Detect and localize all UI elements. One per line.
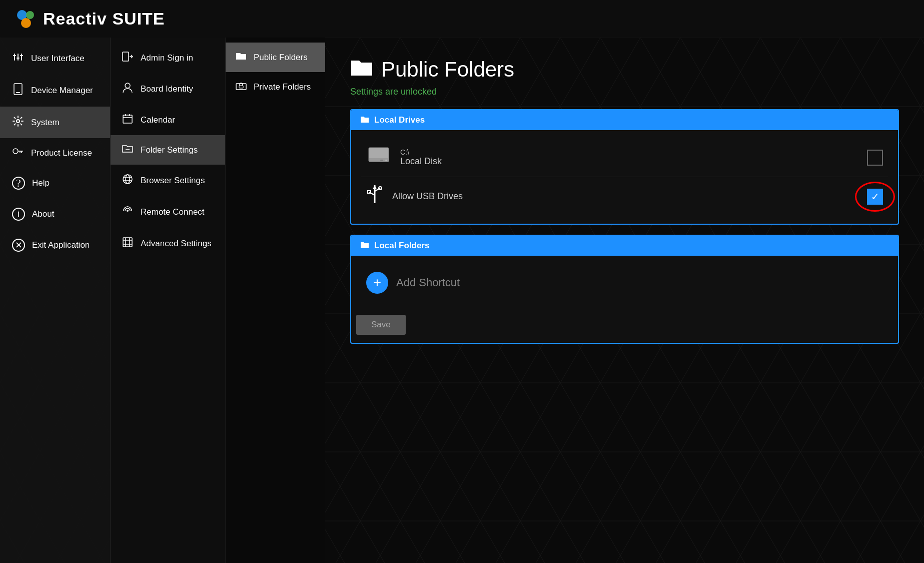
svg-rect-42: [385, 160, 387, 161]
sidebar-label-device-manager: Device Manager: [31, 86, 93, 96]
content-area: Public Folders Settings are unlocked Loc…: [325, 38, 924, 563]
menu-item-folder-settings[interactable]: Folder Settings: [111, 135, 225, 165]
svg-rect-41: [380, 160, 383, 161]
svg-rect-47: [368, 191, 371, 193]
sliders-icon: [12, 52, 24, 65]
key-icon: [12, 147, 24, 159]
menu-label-remote-connect: Remote Connect: [141, 207, 205, 217]
usb-icon: [366, 184, 383, 209]
settings-status: Settings are unlocked: [350, 87, 899, 97]
menu-label-advanced-settings: Advanced Settings: [141, 239, 212, 249]
add-circle-icon: +: [366, 272, 388, 294]
sidebar-item-help[interactable]: ? Help: [0, 168, 110, 199]
person-icon: [122, 82, 134, 96]
menu-label-public-folders: Public Folders: [254, 53, 308, 63]
page-folder-icon: [350, 58, 373, 82]
device-icon: [12, 83, 24, 98]
menu-label-browser-settings: Browser Settings: [141, 176, 205, 186]
menu-label-board-identity: Board Identity: [141, 84, 193, 94]
add-shortcut-button[interactable]: + Add Shortcut: [361, 264, 888, 302]
menu-item-remote-connect[interactable]: Remote Connect: [111, 196, 225, 228]
sidebar-item-about[interactable]: i About: [0, 199, 110, 230]
remote-icon: [122, 205, 134, 219]
local-folders-title: Local Folders: [374, 241, 430, 251]
svg-rect-37: [236, 84, 246, 90]
third-menu: Public Folders Private Folders: [225, 38, 325, 563]
svg-point-5: [21, 18, 31, 28]
menu-item-browser-settings[interactable]: Browser Settings: [111, 165, 225, 196]
drive-row: C:\ Local Disk: [361, 138, 888, 177]
save-area: Save: [351, 310, 898, 343]
app-title: Reactiv SUITE: [43, 9, 165, 29]
usb-label: Allow USB Drives: [392, 191, 867, 202]
drive-path: C:\: [400, 148, 867, 156]
page-header: Public Folders: [350, 58, 899, 82]
local-drives-title: Local Drives: [374, 115, 425, 125]
menu-item-board-identity[interactable]: Board Identity: [111, 73, 225, 105]
svg-point-21: [125, 83, 130, 88]
exit-icon: ✕: [12, 239, 25, 252]
svg-rect-19: [123, 52, 129, 61]
header: Reactiv SUITE: [0, 0, 924, 38]
menu-item-admin-sign-in[interactable]: Admin Sign in: [111, 43, 225, 73]
second-menu: Admin Sign in Board Identity Calendar: [110, 38, 225, 563]
local-folders-header: Local Folders: [351, 236, 898, 256]
local-drives-body: C:\ Local Disk: [351, 130, 898, 224]
public-folder-icon: [236, 52, 247, 63]
sidebar-label-help: Help: [32, 178, 50, 188]
usb-row: Allow USB Drives ✓: [361, 177, 888, 216]
svg-rect-6: [14, 54, 15, 61]
advanced-icon: [122, 237, 134, 250]
local-folders-card: Local Folders + Add Shortcut Save: [350, 235, 899, 344]
sidebar: User Interface Device Manager System: [0, 38, 110, 563]
page-title: Public Folders: [381, 58, 514, 82]
sidebar-item-user-interface[interactable]: User Interface: [0, 43, 110, 74]
info-icon: i: [12, 208, 25, 221]
sidebar-item-exit[interactable]: ✕ Exit Application: [0, 230, 110, 261]
allow-usb-checkbox[interactable]: ✓: [867, 189, 883, 205]
drive-icon: [366, 145, 391, 170]
save-button[interactable]: Save: [356, 315, 406, 335]
sidebar-label-about: About: [32, 209, 54, 219]
main-layout: User Interface Device Manager System: [0, 38, 924, 563]
svg-rect-13: [16, 92, 20, 93]
sidebar-label-system: System: [31, 118, 60, 128]
menu-label-admin-sign-in: Admin Sign in: [141, 53, 193, 63]
sidebar-item-product-license[interactable]: Product License: [0, 138, 110, 168]
sidebar-label-user-interface: User Interface: [31, 54, 85, 64]
menu-label-private-folders: Private Folders: [254, 82, 311, 92]
sign-in-icon: [122, 52, 134, 64]
svg-point-27: [123, 175, 132, 184]
local-disk-checkbox[interactable]: [867, 150, 883, 166]
svg-rect-10: [17, 58, 20, 59]
usb-checkbox-wrapper: ✓: [867, 189, 883, 205]
help-icon: ?: [12, 177, 25, 190]
local-folders-body: + Add Shortcut: [351, 256, 898, 310]
menu-item-public-folders[interactable]: Public Folders: [226, 43, 325, 72]
svg-rect-32: [123, 238, 132, 247]
svg-rect-11: [20, 55, 23, 56]
local-drives-card: Local Drives C:\ Local Di: [350, 109, 899, 225]
menu-item-calendar[interactable]: Calendar: [111, 105, 225, 135]
logo-icon: [15, 8, 37, 30]
folder-settings-icon: [122, 144, 134, 156]
svg-point-28: [126, 175, 130, 184]
globe-icon: [122, 174, 134, 187]
svg-point-14: [17, 120, 20, 123]
svg-marker-48: [373, 185, 377, 189]
local-drives-header: Local Drives: [351, 110, 898, 130]
svg-rect-7: [18, 54, 19, 61]
svg-rect-9: [13, 55, 16, 56]
menu-item-private-folders[interactable]: Private Folders: [226, 72, 325, 102]
local-folders-folder-icon: [360, 241, 369, 251]
private-folder-icon: [236, 81, 247, 93]
sidebar-item-system[interactable]: System: [0, 107, 110, 138]
menu-item-advanced-settings[interactable]: Advanced Settings: [111, 228, 225, 259]
sidebar-item-device-manager[interactable]: Device Manager: [0, 74, 110, 107]
sidebar-label-product-license: Product License: [31, 148, 92, 158]
svg-point-15: [13, 149, 18, 154]
drive-info: C:\ Local Disk: [400, 148, 867, 167]
svg-rect-22: [123, 115, 132, 123]
svg-point-4: [26, 11, 34, 19]
svg-rect-8: [21, 54, 22, 61]
